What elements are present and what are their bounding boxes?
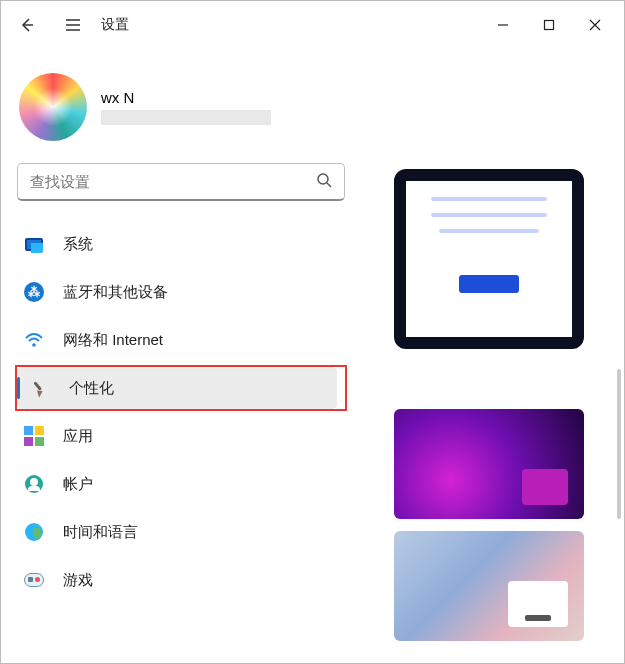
nav-label: 应用 xyxy=(63,427,93,446)
svg-point-2 xyxy=(32,343,36,347)
highlight-frame: 个性化 xyxy=(15,365,347,411)
nav-label: 网络和 Internet xyxy=(63,331,163,350)
app-title: 设置 xyxy=(101,16,129,34)
profile-name: wx N xyxy=(101,89,271,106)
minimize-icon xyxy=(497,19,509,31)
svg-rect-3 xyxy=(33,381,42,391)
nav-item-gaming[interactable]: 游戏 xyxy=(11,559,351,601)
search-box[interactable] xyxy=(17,163,345,201)
close-button[interactable] xyxy=(572,9,618,41)
avatar xyxy=(19,73,87,141)
user-icon xyxy=(23,473,45,495)
svg-rect-0 xyxy=(545,21,554,30)
profile-subtext xyxy=(101,110,271,125)
nav-label: 游戏 xyxy=(63,571,93,590)
titlebar: 设置 xyxy=(1,1,624,49)
nav-item-system[interactable]: 系统 xyxy=(11,223,351,265)
search-input[interactable] xyxy=(30,173,316,190)
window-controls xyxy=(480,9,618,41)
maximize-icon xyxy=(543,19,555,31)
globe-icon xyxy=(23,521,45,543)
nav-item-apps[interactable]: 应用 xyxy=(11,415,351,457)
hamburger-button[interactable] xyxy=(53,5,93,45)
minimize-button[interactable] xyxy=(480,9,526,41)
scrollbar[interactable] xyxy=(617,369,621,519)
titlebar-left: 设置 xyxy=(7,5,129,45)
nav-label: 个性化 xyxy=(69,379,114,398)
svg-point-1 xyxy=(318,174,328,184)
apps-icon xyxy=(23,425,45,447)
preview-line xyxy=(439,229,539,233)
preview-line xyxy=(431,197,547,201)
device-preview xyxy=(394,169,584,349)
preview-button xyxy=(459,275,519,293)
brush-icon xyxy=(25,373,56,404)
search-icon xyxy=(316,172,332,192)
nav-item-bluetooth[interactable]: ⁂ 蓝牙和其他设备 xyxy=(11,271,351,313)
nav-label: 系统 xyxy=(63,235,93,254)
nav-list: 系统 ⁂ 蓝牙和其他设备 网络和 Internet xyxy=(11,223,351,601)
nav-label: 蓝牙和其他设备 xyxy=(63,283,168,302)
game-icon xyxy=(23,569,45,591)
nav-item-network[interactable]: 网络和 Internet xyxy=(11,319,351,361)
profile-section[interactable]: wx N xyxy=(11,57,351,163)
nav-item-accounts[interactable]: 帐户 xyxy=(11,463,351,505)
preview-line xyxy=(431,213,547,217)
back-icon xyxy=(19,17,35,33)
right-pane xyxy=(361,49,624,663)
wifi-icon xyxy=(23,329,45,351)
content-area: wx N 系统 ⁂ 蓝牙和其他设备 xyxy=(1,49,624,663)
sidebar: wx N 系统 ⁂ 蓝牙和其他设备 xyxy=(1,49,361,663)
settings-window: 设置 wx N xyxy=(0,0,625,664)
theme-thumbnail[interactable] xyxy=(394,409,584,519)
maximize-button[interactable] xyxy=(526,9,572,41)
nav-item-personalization[interactable]: 个性化 xyxy=(17,367,337,409)
nav-label: 时间和语言 xyxy=(63,523,138,542)
back-button[interactable] xyxy=(7,5,47,45)
profile-text: wx N xyxy=(101,89,271,125)
monitor-icon xyxy=(23,233,45,255)
bluetooth-icon: ⁂ xyxy=(23,281,45,303)
nav-label: 帐户 xyxy=(63,475,93,494)
hamburger-icon xyxy=(65,18,81,32)
theme-thumbnail[interactable] xyxy=(394,531,584,641)
nav-item-time-language[interactable]: 时间和语言 xyxy=(11,511,351,553)
close-icon xyxy=(589,19,601,31)
